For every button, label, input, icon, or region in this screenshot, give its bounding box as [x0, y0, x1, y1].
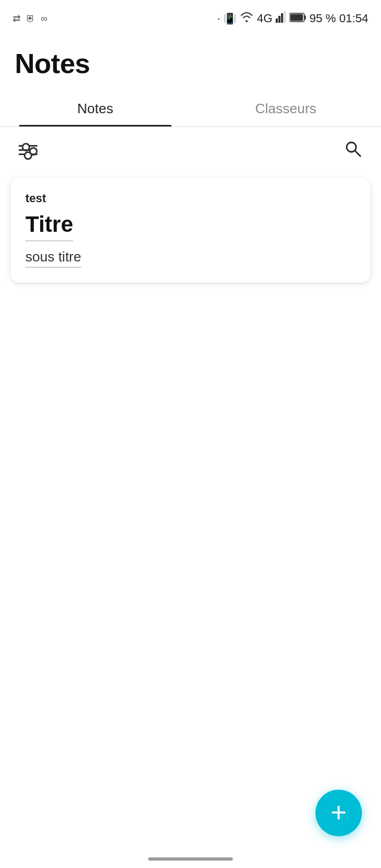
- signal-bars-icon: [276, 11, 286, 26]
- add-note-button[interactable]: +: [315, 790, 362, 836]
- add-icon: +: [331, 799, 347, 826]
- toolbar: [0, 127, 381, 173]
- shield-icon: ⛨: [26, 13, 35, 24]
- svg-rect-2: [281, 13, 283, 23]
- arrow-icon: ⇄: [13, 13, 21, 24]
- filter-line-2: [19, 149, 38, 151]
- filter-line-1: [19, 145, 38, 147]
- vibrate-icon: 📳: [223, 12, 237, 25]
- status-bar-left: ⇄ ⛨ ∞: [13, 13, 48, 24]
- app-title: Notes: [0, 37, 381, 85]
- svg-rect-0: [276, 19, 278, 23]
- tab-classeurs[interactable]: Classeurs: [190, 89, 381, 126]
- note-card[interactable]: test Titre sous titre: [11, 178, 370, 283]
- svg-rect-5: [304, 15, 306, 20]
- note-subtitle-wrap: sous titre: [25, 249, 356, 268]
- battery-icon: [289, 12, 306, 25]
- tabs: Notes Classeurs: [0, 89, 381, 127]
- filter-line-3: [19, 153, 38, 155]
- svg-line-8: [355, 151, 360, 156]
- signal-label: 4G: [257, 12, 272, 25]
- search-button[interactable]: [340, 137, 366, 163]
- svg-rect-6: [290, 14, 303, 21]
- search-icon: [343, 139, 362, 160]
- svg-rect-1: [278, 16, 280, 23]
- time: 01:54: [339, 12, 368, 25]
- dot-indicator: ·: [217, 12, 220, 25]
- filter-icon: [19, 145, 38, 155]
- note-tag: test: [25, 192, 356, 205]
- note-title: Titre: [25, 212, 73, 241]
- svg-rect-3: [284, 11, 286, 23]
- note-subtitle: sous titre: [25, 249, 81, 268]
- filter-button[interactable]: [15, 137, 41, 163]
- home-indicator: [148, 857, 233, 861]
- note-title-wrap: Titre: [25, 212, 356, 249]
- wifi-icon: [240, 11, 253, 26]
- tab-notes[interactable]: Notes: [0, 89, 190, 126]
- status-bar-right: · 📳 4G 95 % 01:54: [217, 11, 368, 26]
- status-bar: ⇄ ⛨ ∞ · 📳 4G: [0, 0, 381, 37]
- battery-percent: 95 %: [310, 12, 336, 25]
- key-icon: ∞: [41, 13, 48, 24]
- notes-list: test Titre sous titre: [0, 173, 381, 288]
